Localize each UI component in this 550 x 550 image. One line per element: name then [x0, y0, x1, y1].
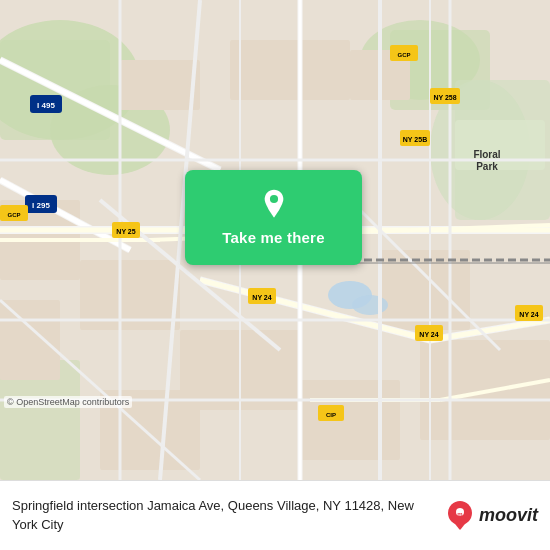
svg-text:CIP: CIP [326, 412, 336, 418]
svg-text:I 495: I 495 [37, 101, 55, 110]
svg-text:GCP: GCP [397, 52, 410, 58]
svg-rect-16 [0, 300, 60, 380]
svg-rect-8 [455, 120, 545, 170]
take-me-there-button[interactable]: Take me there [185, 170, 362, 265]
svg-point-78 [269, 195, 277, 203]
svg-text:NY 25: NY 25 [116, 228, 135, 235]
svg-rect-12 [230, 40, 350, 100]
svg-text:I 295: I 295 [32, 201, 50, 210]
osm-credit: © OpenStreetMap contributors [4, 396, 132, 408]
moovit-logo: m moovit [444, 500, 538, 532]
svg-text:NY 24: NY 24 [419, 331, 438, 338]
svg-point-23 [352, 295, 388, 315]
map-container: I 495 I 295 NY 25 NY 258 NY 25B NY 24 NY… [0, 0, 550, 480]
moovit-brand-icon: m [444, 500, 476, 532]
address-text: Springfield intersection Jamaica Ave, Qu… [12, 497, 436, 533]
svg-text:NY 258: NY 258 [433, 94, 456, 101]
svg-rect-17 [380, 250, 470, 330]
location-pin-icon [260, 189, 288, 223]
moovit-text: moovit [479, 505, 538, 526]
svg-text:NY 25B: NY 25B [403, 136, 427, 143]
take-me-there-label: Take me there [222, 229, 324, 246]
svg-text:Park: Park [476, 161, 498, 172]
svg-text:Floral: Floral [473, 149, 500, 160]
svg-text:NY 24: NY 24 [519, 311, 538, 318]
svg-text:m: m [457, 511, 462, 517]
svg-text:GCP: GCP [7, 212, 20, 218]
svg-rect-21 [300, 380, 400, 460]
bottom-bar: Springfield intersection Jamaica Ave, Qu… [0, 480, 550, 550]
svg-rect-11 [120, 60, 200, 110]
svg-text:NY 24: NY 24 [252, 294, 271, 301]
